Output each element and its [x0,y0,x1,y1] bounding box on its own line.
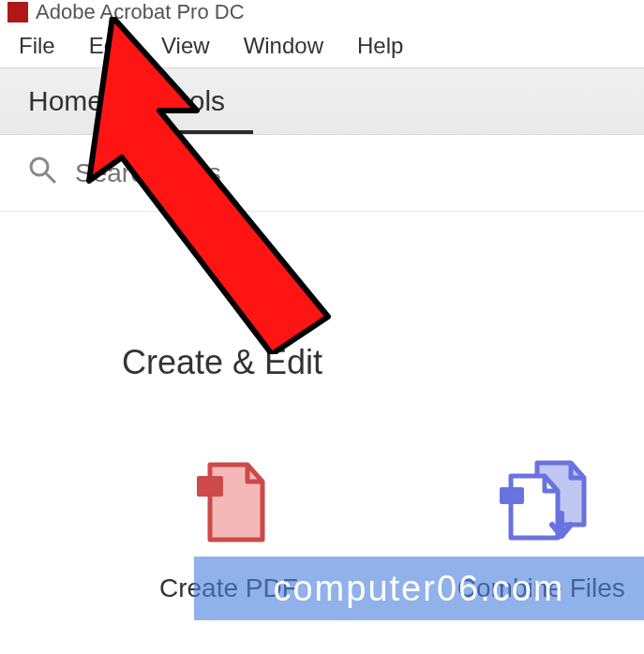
acrobat-logo-icon [7,2,28,22]
create-pdf-icon [184,457,274,547]
app-title: Adobe Acrobat Pro DC [36,0,245,24]
svg-line-1 [46,173,54,182]
searchbar [0,135,644,212]
menu-view[interactable]: View [144,29,227,63]
tab-tools[interactable]: Tools [131,70,253,134]
search-icon [28,156,56,190]
menu-edit[interactable]: Edit [72,29,144,63]
section-title: Create & Edit [0,212,644,382]
tab-home[interactable]: Home [0,70,131,134]
menu-window[interactable]: Window [227,29,340,63]
svg-rect-3 [500,487,524,504]
watermark-overlay: computer06.com [194,557,644,620]
svg-rect-2 [197,476,223,497]
menubar: File Edit View Window Help [0,24,644,67]
menu-file[interactable]: File [2,29,72,63]
menu-help[interactable]: Help [340,29,420,63]
titlebar: Adobe Acrobat Pro DC [0,0,644,24]
search-input[interactable] [75,158,450,188]
combine-files-icon [496,457,586,547]
tabbar: Home Tools [0,67,644,135]
